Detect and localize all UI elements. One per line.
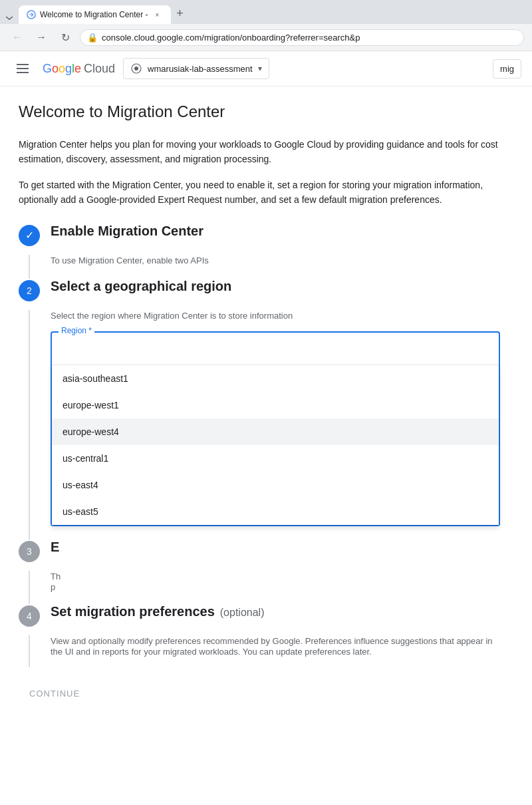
tab-favicon-icon — [27, 10, 36, 19]
forward-btn[interactable]: → — [32, 28, 51, 47]
step-4-title: Set migration preferences — [51, 604, 215, 619]
steps-container: ✓ Enable Migration Center To use Migrati… — [19, 224, 500, 667]
step-4-line — [19, 635, 40, 667]
step-2-title: Select a geographical region — [51, 279, 500, 294]
page-title: Welcome to Migration Center — [19, 102, 500, 121]
address-text: console.cloud.google.com/migration/onboa… — [102, 33, 360, 43]
logo-cloud-text: Cloud — [84, 62, 115, 76]
project-selector[interactable]: wmarusiak-lab-assessment ▾ — [123, 58, 269, 79]
step-3-indicator: 3 — [19, 541, 40, 562]
svg-rect-1 — [17, 64, 29, 65]
svg-point-5 — [134, 67, 138, 71]
step-1-title: Enable Migration Center — [51, 224, 500, 239]
region-options-list: asia-southeast1 europe-west1 europe-west… — [52, 365, 499, 525]
step-2-indicator: 2 — [19, 280, 40, 301]
tab-close-btn[interactable]: × — [152, 9, 163, 20]
step-4: 4 Set migration preferences (optional) — [19, 604, 500, 633]
step-4-content: Set migration preferences (optional) — [51, 604, 500, 633]
new-tab-btn[interactable]: + — [171, 5, 190, 24]
region-selected-value[interactable] — [52, 333, 499, 365]
step-1-line-inner — [29, 255, 30, 279]
step-1: ✓ Enable Migration Center — [19, 224, 500, 252]
step-3-line — [19, 571, 40, 604]
svg-rect-2 — [17, 68, 29, 69]
step-4-optional: (optional) — [220, 607, 265, 619]
step-3-line-inner — [29, 571, 30, 604]
step-4-indicator: 4 — [19, 605, 40, 627]
step-3: 3 E — [19, 540, 500, 568]
gcloud-header: Google Cloud wmarusiak-lab-assessment ▾ … — [0, 51, 532, 86]
header-right: mig — [493, 59, 521, 79]
header-mig-text: mig — [493, 59, 521, 79]
region-option-europe-west1[interactable]: europe-west1 — [52, 392, 499, 418]
step-4-line-inner — [29, 635, 30, 667]
tab-title: Welcome to Migration Center - — [40, 10, 148, 19]
step-3-content: E — [51, 540, 500, 568]
intro-paragraph-1: Migration Center helps you plan for movi… — [19, 137, 500, 167]
region-option-europe-west4[interactable]: europe-west4 — [52, 418, 499, 445]
step-2-content: Select a geographical region — [51, 279, 500, 307]
browser-toolbar: ← → ↻ 🔒 console.cloud.google.com/migrati… — [0, 24, 532, 51]
step-4-subtitle: View and optionally modify preferences r… — [51, 636, 493, 657]
region-label: Region * — [59, 326, 94, 335]
step-3-subtitle-partial: Thp — [51, 571, 61, 592]
step-1-line — [19, 255, 40, 279]
region-option-asia-southeast1[interactable]: asia-southeast1 — [52, 365, 499, 392]
project-name: wmarusiak-lab-assessment — [148, 64, 253, 74]
tab-bar: Welcome to Migration Center - × + — [0, 0, 532, 24]
step-2-line-inner — [29, 310, 30, 540]
step-1-subtitle: To use Migration Center, enable two APIs — [51, 255, 209, 265]
step-1-content: Enable Migration Center — [51, 224, 500, 252]
active-tab[interactable]: Welcome to Migration Center - × — [19, 5, 171, 24]
hamburger-menu-btn[interactable] — [11, 57, 35, 80]
step-2-number: 2 — [27, 285, 32, 296]
step-3-title: E — [51, 540, 500, 555]
main-content: Welcome to Migration Center Migration Ce… — [0, 86, 519, 720]
checkmark-icon: ✓ — [25, 229, 34, 242]
address-bar[interactable]: 🔒 console.cloud.google.com/migration/onb… — [80, 29, 524, 46]
region-option-us-east5[interactable]: us-east5 — [52, 498, 499, 525]
back-btn[interactable]: ← — [8, 28, 27, 47]
region-option-us-central1[interactable]: us-central1 — [52, 445, 499, 472]
step-2-line-container: Select the region where Migration Center… — [19, 310, 500, 540]
project-icon — [130, 63, 142, 75]
step-3-number: 3 — [27, 546, 32, 557]
step-4-line-container: View and optionally modify preferences r… — [19, 635, 500, 667]
step-1-line-container: To use Migration Center, enable two APIs — [19, 255, 500, 279]
step-2-line — [19, 310, 40, 540]
tab-dropdown-btn[interactable] — [0, 15, 19, 24]
refresh-btn[interactable]: ↻ — [56, 28, 74, 47]
chevron-down-icon: ▾ — [258, 64, 262, 73]
logo-google-text: Google — [43, 62, 81, 76]
step-2: 2 Select a geographical region — [19, 279, 500, 307]
region-option-us-east4[interactable]: us-east4 — [52, 472, 499, 498]
step-4-number: 4 — [27, 611, 32, 621]
step-2-subtitle: Select the region where Migration Center… — [51, 311, 293, 321]
step-1-indicator: ✓ — [19, 225, 40, 246]
browser-chrome: Welcome to Migration Center - × + ← → ↻ … — [0, 0, 532, 51]
lock-icon: 🔒 — [87, 33, 98, 43]
google-cloud-logo[interactable]: Google Cloud — [43, 62, 115, 76]
step-4-title-line: Set migration preferences (optional) — [51, 604, 500, 622]
continue-button[interactable]: CONTINUE — [19, 683, 90, 704]
region-dropdown-wrapper: Region * asia-southeast1 europe-west1 eu… — [51, 331, 500, 526]
step-3-line-container: Thp — [19, 571, 500, 604]
intro-paragraph-2: To get started with the Migration Center… — [19, 178, 500, 208]
region-field-container: Region * asia-southeast1 europe-west1 eu… — [51, 331, 500, 526]
svg-rect-3 — [17, 72, 29, 73]
